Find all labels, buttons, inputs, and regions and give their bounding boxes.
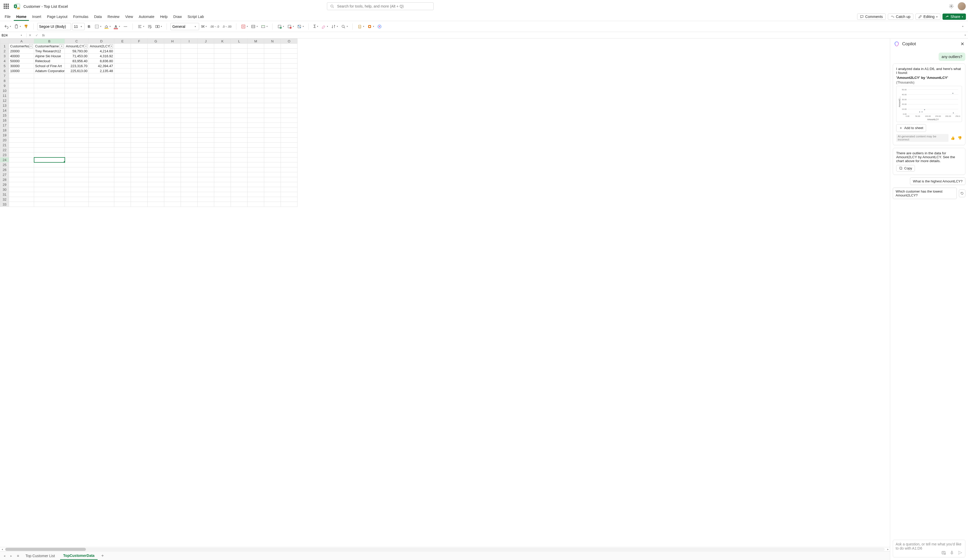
row-header[interactable]: 24 xyxy=(0,157,9,162)
cell[interactable] xyxy=(164,152,181,157)
cell[interactable] xyxy=(281,58,297,63)
cell[interactable] xyxy=(214,167,231,172)
cell[interactable] xyxy=(114,177,131,182)
cell[interactable] xyxy=(214,138,231,142)
cell[interactable] xyxy=(34,138,65,142)
cell[interactable] xyxy=(148,142,164,147)
cell[interactable] xyxy=(264,157,281,162)
row-header[interactable]: 14 xyxy=(0,108,9,113)
cell[interactable] xyxy=(148,58,164,63)
cell[interactable] xyxy=(281,167,297,172)
cell[interactable] xyxy=(247,187,264,192)
tab-automate[interactable]: Automate xyxy=(136,13,157,21)
cell[interactable] xyxy=(131,93,148,98)
cell[interactable] xyxy=(114,98,131,103)
cell[interactable] xyxy=(114,167,131,172)
cell[interactable] xyxy=(89,182,114,187)
cell[interactable] xyxy=(181,54,197,58)
thumbs-down-button[interactable]: 👎 xyxy=(958,136,962,140)
cell[interactable] xyxy=(281,192,297,197)
tab-help[interactable]: Help xyxy=(157,13,170,21)
row-header[interactable]: 5 xyxy=(0,63,9,68)
cell[interactable] xyxy=(164,68,181,73)
row-header[interactable]: 30 xyxy=(0,187,9,192)
cell[interactable]: 4,214.60 xyxy=(89,49,114,54)
cell[interactable] xyxy=(281,172,297,177)
merge-button[interactable]: ▾ xyxy=(154,23,163,30)
accounting-format-button[interactable]: $€▾ xyxy=(200,23,208,30)
cell[interactable] xyxy=(114,197,131,202)
cell[interactable] xyxy=(247,103,264,108)
cell[interactable] xyxy=(281,63,297,68)
cell[interactable] xyxy=(148,157,164,162)
cell[interactable]: 71,453.00 xyxy=(65,54,89,58)
cell[interactable] xyxy=(114,73,131,78)
cell[interactable] xyxy=(181,88,197,93)
cell[interactable] xyxy=(231,187,247,192)
cell[interactable] xyxy=(164,78,181,83)
cell[interactable] xyxy=(181,103,197,108)
tab-file[interactable]: File xyxy=(2,13,13,21)
cell[interactable] xyxy=(164,113,181,118)
cell[interactable]: 2,135.48 xyxy=(89,68,114,73)
cell[interactable] xyxy=(264,138,281,142)
cell[interactable] xyxy=(247,108,264,113)
cell[interactable] xyxy=(214,73,231,78)
cell[interactable] xyxy=(89,108,114,113)
cell[interactable] xyxy=(164,157,181,162)
cell[interactable]: Relecloud xyxy=(34,58,65,63)
cell[interactable] xyxy=(214,68,231,73)
cell[interactable]: 8,836.80 xyxy=(89,58,114,63)
row-header[interactable]: 28 xyxy=(0,177,9,182)
cell[interactable] xyxy=(34,93,65,98)
sheet-nav-prev[interactable]: ◂ xyxy=(2,554,7,558)
cell[interactable] xyxy=(89,93,114,98)
cell[interactable] xyxy=(181,172,197,177)
row-header[interactable]: 13 xyxy=(0,103,9,108)
cell[interactable] xyxy=(181,133,197,138)
cell[interactable] xyxy=(181,123,197,128)
cell[interactable] xyxy=(89,113,114,118)
cell[interactable] xyxy=(34,162,65,167)
cell[interactable] xyxy=(34,113,65,118)
col-header-O[interactable]: O xyxy=(281,39,297,44)
cell[interactable] xyxy=(264,83,281,88)
cell[interactable] xyxy=(148,108,164,113)
cell[interactable] xyxy=(148,187,164,192)
cell[interactable] xyxy=(231,63,247,68)
cell[interactable] xyxy=(65,172,89,177)
cell[interactable] xyxy=(114,93,131,98)
cell[interactable] xyxy=(9,128,34,133)
row-header[interactable]: 9 xyxy=(0,83,9,88)
cell[interactable] xyxy=(34,192,65,197)
cell[interactable] xyxy=(197,172,214,177)
cell[interactable] xyxy=(281,83,297,88)
cell[interactable] xyxy=(114,83,131,88)
cell[interactable] xyxy=(264,128,281,133)
cell[interactable] xyxy=(214,172,231,177)
cell[interactable] xyxy=(214,123,231,128)
cell[interactable] xyxy=(65,182,89,187)
cell[interactable] xyxy=(65,157,89,162)
fx-icon[interactable]: fx xyxy=(40,32,47,38)
cell[interactable] xyxy=(181,147,197,152)
cell[interactable] xyxy=(114,103,131,108)
cell[interactable] xyxy=(89,172,114,177)
cell[interactable] xyxy=(148,88,164,93)
cell[interactable] xyxy=(164,93,181,98)
cell[interactable] xyxy=(264,147,281,152)
cell[interactable] xyxy=(181,63,197,68)
cell[interactable] xyxy=(131,113,148,118)
cell[interactable] xyxy=(131,138,148,142)
row-header[interactable]: 1 xyxy=(0,44,9,49)
cell[interactable] xyxy=(114,78,131,83)
cell[interactable] xyxy=(264,177,281,182)
cell[interactable] xyxy=(181,202,197,207)
cell[interactable] xyxy=(9,142,34,147)
cell[interactable] xyxy=(9,118,34,123)
cell[interactable] xyxy=(131,108,148,113)
cell[interactable] xyxy=(131,147,148,152)
cell[interactable] xyxy=(114,113,131,118)
col-header-G[interactable]: G xyxy=(148,39,164,44)
cell[interactable] xyxy=(197,202,214,207)
